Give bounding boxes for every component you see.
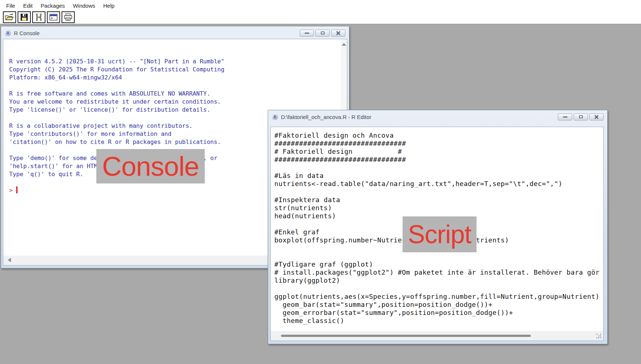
close-icon	[336, 31, 341, 36]
open-folder-icon	[5, 13, 14, 22]
console-window-icon	[49, 13, 58, 21]
maximize-icon	[321, 31, 325, 34]
menu-windows[interactable]: Windows	[69, 2, 99, 10]
minimize-button[interactable]	[558, 114, 572, 120]
editor-titlebar[interactable]: R D:\faktoriell_och_ancova.R - R Editor	[269, 111, 606, 123]
console-annotation-label: Console	[96, 149, 205, 183]
console-prompt: >	[9, 187, 13, 194]
minimize-icon	[563, 116, 567, 118]
restore-button[interactable]	[574, 114, 588, 120]
close-button[interactable]	[589, 114, 604, 120]
script-annotation-label: Script	[403, 216, 477, 252]
r-logo-icon: R	[272, 114, 278, 120]
r-logo-icon: R	[5, 30, 11, 36]
editor-window-controls	[558, 114, 604, 120]
console-button[interactable]	[47, 11, 60, 23]
scroll-left-icon[interactable]	[8, 258, 11, 262]
editor-horizontal-scrollbar[interactable]	[271, 331, 603, 341]
copy-paste-icon	[34, 13, 44, 21]
copy-paste-button[interactable]	[32, 11, 45, 23]
print-button[interactable]	[62, 11, 75, 23]
save-button[interactable]	[18, 11, 31, 23]
scrollbar-thumb[interactable]	[281, 335, 531, 337]
console-window-controls	[300, 30, 345, 37]
menu-help[interactable]: Help	[99, 2, 119, 10]
menu-file[interactable]: File	[2, 2, 19, 10]
close-button[interactable]	[331, 30, 345, 37]
console-titlebar[interactable]: R R Console	[2, 27, 348, 39]
menu-bar: File Edit Packages Windows Help	[0, 0, 641, 10]
floppy-disk-icon	[20, 13, 29, 21]
text-cursor	[16, 186, 18, 193]
resize-grip-icon[interactable]	[596, 334, 601, 339]
application-top-bar: File Edit Packages Windows Help	[0, 0, 641, 24]
close-icon	[594, 115, 599, 119]
menu-edit[interactable]: Edit	[19, 2, 37, 10]
console-window-title: R Console	[14, 30, 40, 36]
minimize-icon	[305, 33, 309, 34]
scroll-up-icon[interactable]	[342, 43, 346, 46]
maximize-button[interactable]	[315, 30, 330, 37]
menu-packages[interactable]: Packages	[37, 2, 69, 10]
minimize-button[interactable]	[300, 30, 314, 37]
open-script-button[interactable]	[3, 11, 16, 23]
toolbar	[0, 10, 641, 23]
restore-icon	[579, 115, 583, 118]
console-prompt-line: >	[9, 186, 225, 194]
printer-icon	[63, 13, 73, 21]
editor-window-title: D:\faktoriell_och_ancova.R - R Editor	[281, 114, 371, 120]
